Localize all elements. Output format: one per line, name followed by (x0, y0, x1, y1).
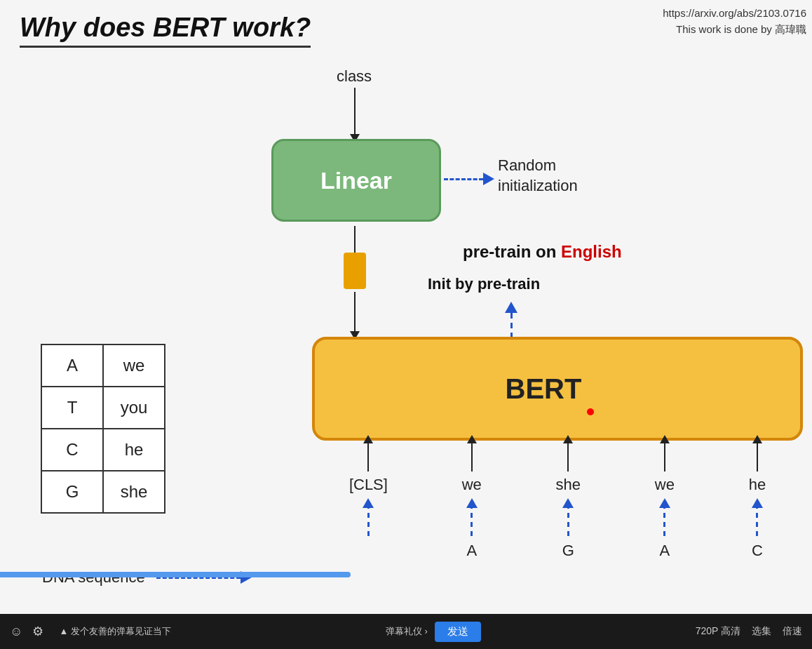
speed-label[interactable]: 倍速 (783, 625, 802, 638)
bert-box: BERT (312, 337, 803, 441)
dna-table: A we T you C he G she (41, 344, 165, 514)
gear-icon[interactable]: ⚙ (32, 624, 43, 639)
quality-label[interactable]: 720P 高清 (696, 625, 740, 638)
token-col-we1: we A (462, 442, 482, 560)
credit-text: This work is done by 高瑋職 (663, 22, 806, 38)
token-dashed-cls (363, 498, 374, 536)
token-arrow-she (567, 442, 569, 471)
blue-progress-bar (0, 572, 351, 577)
class-to-linear-arrow (354, 88, 356, 135)
bottom-center: 弹幕礼仪 › 发送 (386, 622, 481, 642)
bottom-left-icons: ☺ ⚙ ▲ 发个友善的弹幕见证当下 (10, 624, 171, 639)
dna-cell-g-she-val: she (103, 471, 165, 513)
token-col-we2: we A (655, 442, 675, 560)
token-dashed-we2 (659, 498, 670, 536)
linear-box: Linear (271, 139, 441, 222)
token-col-he: he C (749, 442, 766, 560)
random-init-text: Randominitialization (498, 156, 578, 196)
bottom-label-a2: A (659, 542, 670, 560)
slide-area: Why does BERT work? https://arxiv.org/ab… (0, 0, 812, 614)
init-pretrain-text: Init by pre-train (428, 275, 540, 293)
dna-cell-a-we-key: A (41, 344, 103, 387)
token-label-we2: we (655, 476, 675, 494)
red-dot (587, 408, 594, 415)
dna-cell-t-you-val: you (103, 387, 165, 429)
dashed-line-he (756, 508, 758, 536)
token-label-cls: [CLS] (349, 476, 388, 494)
dna-cell-g-she-key: G (41, 471, 103, 513)
top-right-info: https://arxiv.org/abs/2103.0716 This wor… (663, 6, 806, 37)
class-label: class (337, 67, 372, 86)
arxiv-url: https://arxiv.org/abs/2103.0716 (663, 6, 806, 22)
dashed-line-she (567, 508, 569, 536)
dna-cell-a-we-val: we (103, 344, 165, 387)
linear-label: Linear (320, 167, 392, 194)
token-dashed-we1 (466, 498, 478, 536)
random-init-arrow (444, 173, 494, 185)
danmu-etiquette[interactable]: 弹幕礼仪 › (386, 625, 428, 638)
smile-icon[interactable]: ☺ (10, 624, 22, 639)
dashed-up-arrowhead (505, 302, 517, 313)
token-arrow-cls (367, 442, 369, 471)
bottom-right-controls: 720P 高清 选集 倍速 (696, 625, 802, 638)
yellow-to-bert-arrow (354, 292, 356, 333)
bottom-label-c: C (752, 542, 763, 560)
bottom-bar: ☺ ⚙ ▲ 发个友善的弹幕见证当下 弹幕礼仪 › 发送 720P 高清 选集 倍… (0, 614, 812, 649)
token-arrow-he (757, 442, 758, 471)
send-button[interactable]: 发送 (435, 622, 481, 642)
dashed-line-we2 (663, 508, 665, 536)
select-label[interactable]: 选集 (752, 625, 771, 638)
token-arrow-we1 (471, 442, 473, 471)
token-label-we1: we (462, 476, 482, 494)
slide-title: Why does BERT work? (20, 13, 311, 48)
token-label-he: he (749, 476, 766, 494)
arrow-head (483, 173, 494, 185)
token-col-cls: [CLS] (349, 442, 388, 536)
dashed-arrow-head-he (752, 498, 763, 508)
dna-sequence-label: DNA sequence (42, 568, 145, 587)
token-arrow-we2 (664, 442, 665, 471)
pretrain-prefix: pre-train on (463, 242, 561, 261)
token-area: [CLS] we A she G (312, 442, 803, 560)
dashed-line-cls (367, 508, 370, 536)
bottom-label-g: G (562, 542, 574, 560)
warning-text: ▲ 发个友善的弹幕见证当下 (59, 625, 170, 638)
bert-label: BERT (506, 373, 582, 405)
bottom-label-a: A (466, 542, 477, 560)
dna-cell-c-he-key: C (41, 429, 103, 471)
dashed-arrow-head-we2 (659, 498, 670, 508)
token-dashed-he (752, 498, 763, 536)
dashed-line (444, 178, 483, 180)
token-label-she: she (556, 476, 581, 494)
token-col-she: she G (556, 442, 581, 560)
dashed-arrow-head-cls (363, 498, 374, 508)
dna-cell-c-he-val: he (103, 429, 165, 471)
pretrain-text: pre-train on English (463, 242, 622, 262)
dashed-line-we1 (471, 508, 473, 536)
dashed-arrow-head-we1 (466, 498, 478, 508)
dna-row: DNA sequence (42, 568, 252, 587)
yellow-rect (344, 253, 366, 289)
pretrain-english-word: English (561, 242, 622, 261)
dashed-arrow-head-she (562, 498, 574, 508)
dna-cell-t-you-key: T (41, 387, 103, 429)
token-dashed-she (562, 498, 574, 536)
